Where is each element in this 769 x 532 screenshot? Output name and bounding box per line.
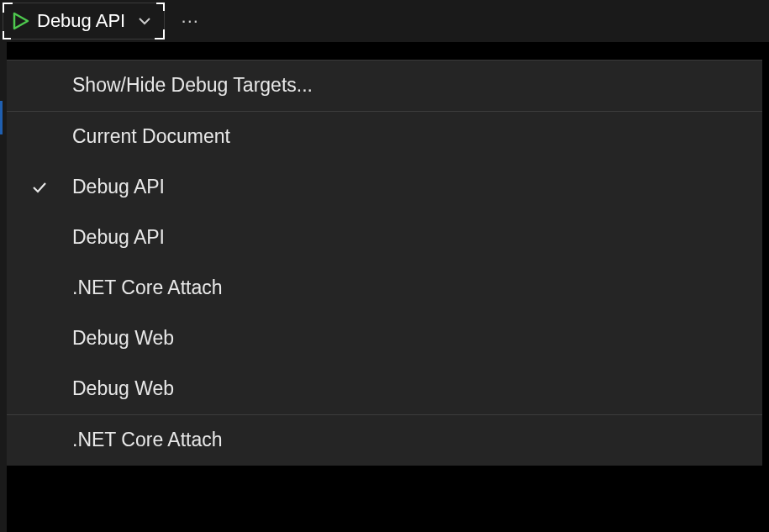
active-indicator [0,101,3,134]
toolbar: Debug API ··· [0,0,769,42]
menu-item-show-hide[interactable]: Show/Hide Debug Targets... [7,61,762,111]
menu-item-target[interactable]: Debug Web [7,313,762,364]
menu-item-target[interactable]: Debug API [7,162,762,213]
debug-start-button[interactable]: Debug API [3,3,165,40]
dots-icon: ··· [182,10,199,32]
chevron-down-icon [137,13,152,29]
menu-item-label: Debug API [72,176,165,198]
menu-item-target[interactable]: .NET Core Attach [7,415,762,466]
more-options-button[interactable]: ··· [167,3,213,40]
menu-check-col [7,179,72,196]
menu-item-target[interactable]: .NET Core Attach [7,263,762,313]
menu-item-label: Show/Hide Debug Targets... [72,74,313,97]
debug-target-label: Debug API [37,10,125,32]
debug-targets-dropdown: Show/Hide Debug Targets... Current Docum… [7,60,762,466]
menu-item-label: Debug API [72,226,165,249]
menu-item-label: Debug Web [72,377,174,400]
menu-item-label: Debug Web [72,327,174,350]
menu-item-label: Current Document [72,125,230,148]
menu-item-target[interactable]: Current Document [7,112,762,162]
play-icon [12,12,30,30]
menu-item-target[interactable]: Debug API [7,213,762,263]
menu-item-target[interactable]: Debug Web [7,364,762,414]
menu-item-label: .NET Core Attach [72,429,223,451]
menu-item-label: .NET Core Attach [72,277,223,299]
